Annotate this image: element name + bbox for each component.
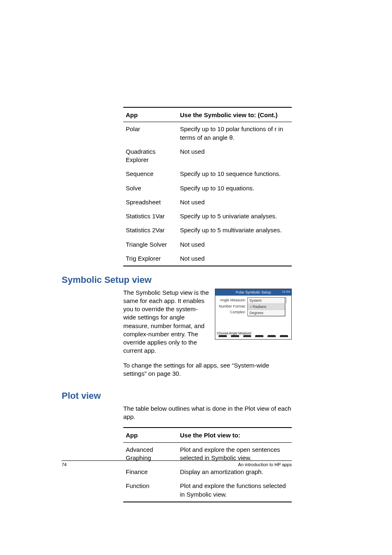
table-row: Quadratics ExplorerNot used	[123, 145, 292, 167]
plot-view-intro: The table below outlines what is done in…	[123, 405, 292, 421]
polar-symbolic-setup-screenshot: Polar Symbolic Setup 11:54 Angle Measure…	[215, 289, 292, 340]
section-symbolic-setup-title: Symbolic Setup view	[62, 274, 292, 286]
table2-header-use: Use the Plot view to:	[178, 428, 292, 442]
symbolic-view-table-cont: App Use the Symbolic view to: (Cont.) Po…	[123, 107, 292, 266]
footer-title: An introduction to HP apps	[238, 462, 292, 468]
fig-time: 11:54	[282, 290, 290, 294]
fig-menu-option-radians: ✓Radians	[248, 303, 285, 310]
page-footer: 74 An introduction to HP apps	[62, 460, 292, 468]
fig-dropdown-menu: System ✓Radians Degrees	[247, 297, 285, 316]
table2-header-app: App	[123, 428, 178, 442]
table-row: SolveSpecify up to 10 equations.	[123, 181, 292, 195]
fig-number-format-label: Number Format:	[217, 304, 247, 309]
section-plot-view-title: Plot view	[62, 390, 292, 402]
table-row: Statistics 1VarSpecify up to 5 univariat…	[123, 209, 292, 223]
fig-title: Polar Symbolic Setup	[235, 290, 271, 294]
fig-softkeys	[215, 335, 291, 339]
page-number: 74	[62, 462, 67, 468]
fig-menu-option-degrees: Degrees	[248, 310, 285, 316]
table-row: FunctionPlot and explore the functions s…	[123, 479, 292, 502]
table1-header-app: App	[123, 107, 178, 122]
symbolic-setup-paragraph-2: To change the settings for all apps, see…	[123, 361, 292, 378]
table-row: Statistics 2VarSpecify up to 5 multivari…	[123, 223, 292, 237]
table1-header-use: Use the Symbolic view to: (Cont.)	[178, 107, 292, 122]
table-row: SequenceSpecify up to 10 sequence functi…	[123, 167, 292, 181]
table-row: Triangle SolverNot used	[123, 238, 292, 252]
fig-angle-measure-label: Angle Measure:	[217, 298, 247, 303]
table-row: SpreadsheetNot used	[123, 195, 292, 209]
table-row: Trig ExplorerNot used	[123, 252, 292, 266]
fig-menu-option-system: System	[248, 298, 285, 303]
table-row: PolarSpecify up to 10 polar functions of…	[123, 122, 292, 145]
fig-complex-label: Complex:	[217, 310, 247, 314]
